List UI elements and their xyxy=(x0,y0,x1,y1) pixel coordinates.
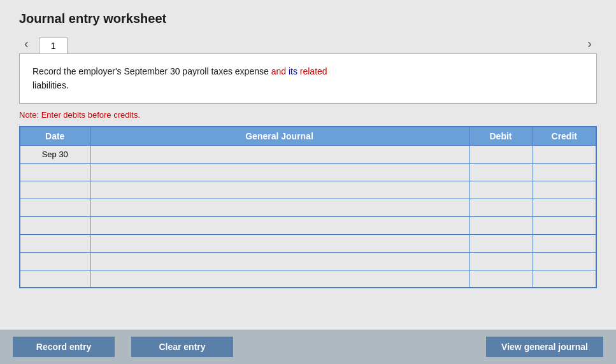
debit-cell[interactable] xyxy=(469,199,533,216)
journal-input[interactable] xyxy=(90,235,469,252)
table-row: Sep 30 xyxy=(20,145,596,163)
table-row xyxy=(20,252,596,270)
credit-input[interactable] xyxy=(533,146,596,163)
credit-input[interactable] xyxy=(533,253,596,270)
debit-input[interactable] xyxy=(469,270,533,288)
debit-input[interactable] xyxy=(469,164,533,181)
credit-cell[interactable] xyxy=(533,216,596,234)
table-row xyxy=(20,270,596,288)
view-journal-button[interactable]: View general journal xyxy=(486,337,603,357)
journal-input[interactable] xyxy=(90,199,469,216)
debit-input[interactable] xyxy=(469,181,533,199)
debit-input[interactable] xyxy=(469,253,533,270)
credit-input[interactable] xyxy=(533,235,596,252)
bottom-bar: Record entry Clear entry View general jo… xyxy=(0,330,616,364)
date-cell xyxy=(20,216,90,234)
credit-input[interactable] xyxy=(533,164,596,181)
journal-cell[interactable] xyxy=(90,270,469,288)
note-text: Note: Enter debits before credits. xyxy=(19,110,597,120)
date-cell xyxy=(20,234,90,252)
col-date: Date xyxy=(20,127,90,146)
journal-input[interactable] xyxy=(90,270,469,288)
record-entry-button[interactable]: Record entry xyxy=(13,337,115,357)
journal-cell[interactable] xyxy=(90,234,469,252)
credit-cell[interactable] xyxy=(533,234,596,252)
debit-input[interactable] xyxy=(469,199,533,216)
journal-cell[interactable] xyxy=(90,252,469,270)
journal-input[interactable] xyxy=(90,181,469,199)
journal-input[interactable] xyxy=(90,146,469,163)
debit-cell[interactable] xyxy=(469,252,533,270)
debit-cell[interactable] xyxy=(469,145,533,163)
credit-input[interactable] xyxy=(533,270,596,288)
prev-arrow[interactable]: ‹ xyxy=(19,34,34,53)
next-arrow[interactable]: › xyxy=(582,34,597,53)
date-cell xyxy=(20,181,90,199)
credit-cell[interactable] xyxy=(533,199,596,216)
credit-input[interactable] xyxy=(533,181,596,199)
col-credit: Credit xyxy=(533,127,596,146)
col-general-journal: General Journal xyxy=(90,127,469,146)
journal-cell[interactable] xyxy=(90,181,469,199)
date-cell xyxy=(20,252,90,270)
col-debit: Debit xyxy=(469,127,533,146)
credit-cell[interactable] xyxy=(533,252,596,270)
table-row xyxy=(20,181,596,199)
date-cell: Sep 30 xyxy=(20,145,90,163)
journal-cell[interactable] xyxy=(90,216,469,234)
credit-cell[interactable] xyxy=(533,270,596,288)
table-row xyxy=(20,234,596,252)
journal-cell[interactable] xyxy=(90,163,469,181)
debit-input[interactable] xyxy=(469,146,533,163)
table-row xyxy=(20,216,596,234)
clear-entry-button[interactable]: Clear entry xyxy=(131,337,233,357)
worksheet-description-box: Record the employer's September 30 payro… xyxy=(19,53,597,104)
debit-cell[interactable] xyxy=(469,234,533,252)
journal-input[interactable] xyxy=(90,164,469,181)
table-row xyxy=(20,163,596,181)
debit-cell[interactable] xyxy=(469,163,533,181)
date-cell xyxy=(20,199,90,216)
debit-cell[interactable] xyxy=(469,181,533,199)
credit-input[interactable] xyxy=(533,199,596,216)
credit-cell[interactable] xyxy=(533,163,596,181)
journal-input[interactable] xyxy=(90,253,469,270)
journal-table: Date General Journal Debit Credit Sep 30 xyxy=(19,126,597,289)
debit-input[interactable] xyxy=(469,235,533,252)
journal-cell[interactable] xyxy=(90,199,469,216)
page-title: Journal entry worksheet xyxy=(19,11,597,26)
debit-cell[interactable] xyxy=(469,216,533,234)
debit-input[interactable] xyxy=(469,217,533,234)
table-row xyxy=(20,199,596,216)
credit-cell[interactable] xyxy=(533,145,596,163)
journal-input[interactable] xyxy=(90,217,469,234)
page-tab: 1 xyxy=(39,38,68,53)
credit-input[interactable] xyxy=(533,217,596,234)
credit-cell[interactable] xyxy=(533,181,596,199)
journal-cell[interactable] xyxy=(90,145,469,163)
date-cell xyxy=(20,270,90,288)
debit-cell[interactable] xyxy=(469,270,533,288)
worksheet-description: Record the employer's September 30 payro… xyxy=(32,64,584,93)
date-cell xyxy=(20,163,90,181)
